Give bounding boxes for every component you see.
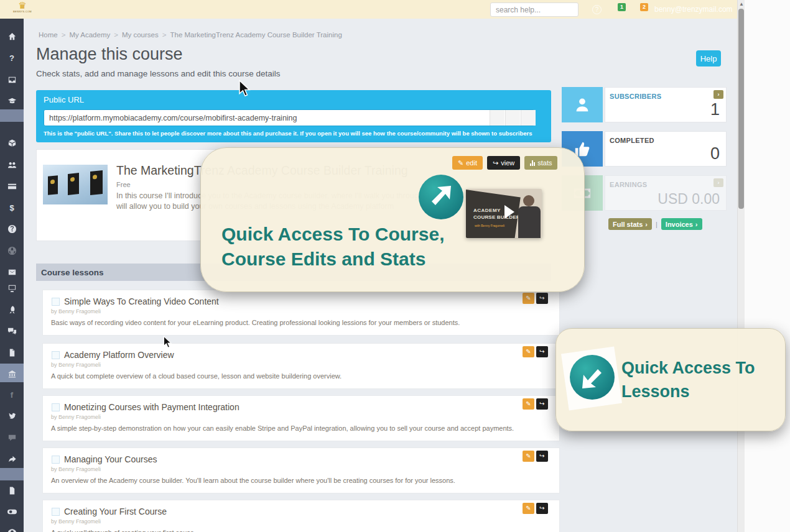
lesson-row[interactable]: Managing Your Courses by Benny Fragomeli…: [42, 447, 560, 493]
completed-card: COMPLETED 0: [605, 131, 727, 167]
chevron-right-icon: ›: [645, 221, 648, 228]
url-share-button[interactable]: [521, 110, 536, 126]
bank-icon[interactable]: [0, 367, 24, 380]
breadcrumb-my-academy[interactable]: My Academy: [69, 31, 110, 39]
stats-buttons-row: Full stats› | Invoices›: [608, 218, 702, 230]
full-stats-button[interactable]: Full stats›: [608, 218, 652, 230]
rocket-icon[interactable]: [0, 303, 24, 316]
dollar-icon[interactable]: $: [0, 201, 24, 214]
credit-card-icon[interactable]: [0, 180, 24, 192]
video-thumbnail[interactable]: ACADEMY COURSE BUILDER with Benny Fragom…: [466, 189, 542, 238]
lesson-view-button[interactable]: ↪: [536, 346, 548, 357]
lesson-title[interactable]: Simple Ways To Creating Video Content: [64, 296, 219, 306]
mouse-cursor-small: [163, 336, 173, 349]
earnings-chevron-button[interactable]: ›: [713, 178, 723, 187]
invoices-button[interactable]: Invoices›: [661, 218, 702, 230]
help-button[interactable]: Help: [696, 50, 721, 66]
url-open-button[interactable]: [505, 110, 520, 126]
course-edit-button[interactable]: ✎edit: [452, 156, 483, 170]
lesson-checkbox-icon[interactable]: [52, 298, 60, 306]
left-sidebar: ? $ f: [0, 19, 24, 532]
page-subtitle: Check stats, add and manage lessons and …: [36, 69, 280, 78]
subscribers-chevron-button[interactable]: ›: [713, 90, 723, 99]
lesson-checkbox-icon[interactable]: [52, 508, 60, 516]
lesson-byline: by Benny Fragomeli: [51, 518, 101, 525]
share-icon[interactable]: [0, 452, 24, 465]
lesson-view-button[interactable]: ↪: [536, 398, 548, 410]
globe-icon[interactable]: [0, 244, 24, 257]
question-circle-icon[interactable]: [0, 222, 24, 235]
facebook-icon[interactable]: f: [0, 388, 24, 401]
lesson-edit-button[interactable]: ✎: [523, 503, 534, 514]
lesson-title[interactable]: Creating Your First Course: [64, 507, 167, 516]
notification-badge-green[interactable]: 1: [618, 3, 626, 11]
subscribers-label: SUBSCRIBERS: [610, 93, 661, 100]
lesson-checkbox-icon[interactable]: [52, 456, 60, 464]
user-email[interactable]: benny@trenzymail.com: [654, 5, 733, 14]
lesson-row[interactable]: Monetizing Courses with Payment Integrat…: [42, 395, 560, 441]
lesson-checkbox-icon[interactable]: [52, 403, 60, 411]
app-logo[interactable]: ♛ BENNYS.COM: [6, 1, 39, 18]
presenter-graphic: [523, 195, 534, 206]
home-icon[interactable]: [0, 30, 24, 42]
public-url-label: Public URL: [44, 95, 84, 104]
breadcrumb-separator: >: [62, 31, 66, 39]
scrollbar-up-arrow[interactable]: ▲: [739, 1, 744, 7]
url-copy-button[interactable]: [490, 110, 504, 126]
comment-icon[interactable]: [0, 431, 24, 444]
mouse-cursor-large: [238, 80, 252, 98]
earnings-label: EARNINGS: [610, 181, 647, 188]
lesson-edit-button[interactable]: ✎: [523, 293, 534, 304]
lesson-byline: by Benny Fragomeli: [51, 466, 101, 472]
graduation-cap-icon[interactable]: [0, 94, 24, 107]
breadcrumb-home[interactable]: Home: [39, 31, 58, 39]
lesson-view-button[interactable]: ↪: [536, 451, 548, 462]
course-view-button[interactable]: ↪view: [487, 156, 520, 170]
users-icon[interactable]: [0, 158, 24, 171]
completed-value: 0: [710, 144, 720, 163]
desktop-icon[interactable]: [0, 282, 24, 294]
lesson-title[interactable]: Academy Platform Overview: [64, 350, 174, 360]
lesson-edit-button[interactable]: ✎: [523, 398, 534, 410]
toggle-icon[interactable]: [0, 505, 24, 518]
chat-icon[interactable]: [0, 324, 24, 337]
callout-course-text-line2: Course Edits and Stats: [221, 249, 425, 270]
lesson-title[interactable]: Monetizing Courses with Payment Integrat…: [64, 402, 239, 412]
course-action-buttons: ✎edit ↪view stats: [452, 156, 557, 170]
lesson-edit-button[interactable]: ✎: [523, 451, 534, 462]
file-icon[interactable]: [0, 346, 24, 359]
notification-badge-orange[interactable]: 2: [640, 3, 648, 11]
video-title-line3: with Benny Fragomeli: [475, 224, 504, 227]
lesson-view-button[interactable]: ↪: [536, 503, 548, 514]
course-stats-button[interactable]: stats: [524, 156, 557, 170]
public-url-input[interactable]: [44, 109, 535, 126]
course-thumbnail[interactable]: [43, 165, 108, 204]
lesson-checkbox-icon[interactable]: [52, 351, 60, 359]
callout-lessons-text: Quick Access To Lessons: [621, 356, 771, 403]
help-circle-icon[interactable]: ?: [592, 5, 602, 14]
eye-icon[interactable]: [0, 525, 24, 532]
vertical-scrollbar[interactable]: ▲: [737, 0, 745, 532]
lesson-row[interactable]: Creating Your First Course by Benny Frag…: [42, 500, 560, 532]
breadcrumb-my-courses[interactable]: My courses: [122, 31, 159, 39]
search-input[interactable]: [490, 2, 579, 17]
course-lessons-header-label: Course lessons: [41, 268, 104, 277]
subscribers-card: SUBSCRIBERS › 1: [605, 87, 727, 122]
scrollbar-thumb[interactable]: [738, 9, 744, 209]
help-icon[interactable]: ?: [0, 52, 24, 64]
breadcrumb-current: The MarketingTrenz Academy Course Builde…: [170, 31, 342, 39]
envelope-icon[interactable]: [0, 265, 24, 278]
lesson-title[interactable]: Managing Your Courses: [64, 454, 157, 464]
lesson-description: Basic ways of recording video content fo…: [51, 319, 460, 326]
lesson-row[interactable]: Simple Ways To Creating Video Content by…: [42, 290, 560, 336]
cube-icon[interactable]: [0, 137, 24, 149]
completed-label: COMPLETED: [610, 137, 654, 144]
twitter-icon[interactable]: [0, 410, 24, 422]
lesson-row[interactable]: Academy Platform Overview by Benny Frago…: [42, 343, 560, 389]
document-icon[interactable]: [0, 484, 24, 497]
inbox-icon[interactable]: [0, 73, 24, 86]
sidebar-divider: [0, 109, 24, 122]
lesson-view-button[interactable]: ↪: [536, 293, 548, 304]
lesson-edit-button[interactable]: ✎: [523, 346, 534, 357]
play-icon[interactable]: [504, 205, 514, 219]
